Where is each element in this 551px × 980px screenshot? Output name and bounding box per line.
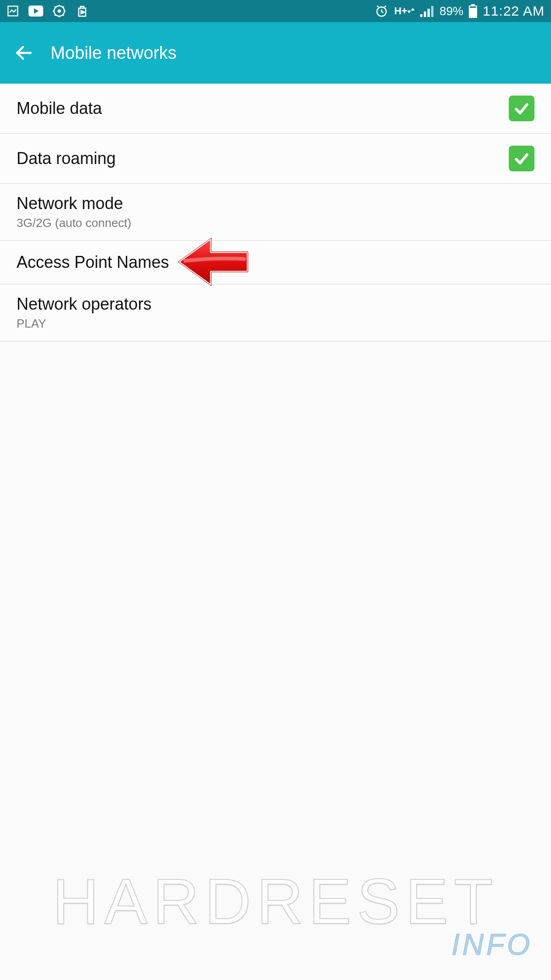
back-button[interactable]	[13, 42, 35, 64]
svg-marker-19	[407, 11, 411, 13]
svg-line-10	[63, 15, 64, 16]
svg-marker-20	[411, 8, 415, 11]
youtube-icon	[28, 6, 43, 17]
signal-icon	[420, 5, 434, 17]
status-bar: H+ 89% 11:22 AM	[0, 0, 551, 22]
svg-point-4	[58, 10, 61, 12]
app-bar: Mobile networks	[0, 22, 551, 84]
svg-line-11	[55, 15, 56, 16]
svg-line-18	[385, 6, 387, 7]
svg-rect-23	[427, 9, 430, 17]
svg-rect-21	[420, 14, 422, 17]
settings-list: Mobile data Data roaming Network mode 3G…	[0, 84, 551, 341]
setting-sublabel: PLAY	[17, 317, 534, 331]
setting-label: Mobile data	[17, 99, 509, 118]
setting-label: Access Point Names	[17, 253, 534, 272]
checkbox-checked-icon[interactable]	[509, 146, 534, 171]
alarm-icon	[375, 4, 388, 18]
battery-percentage: 89%	[439, 4, 463, 18]
gallery-icon	[6, 5, 19, 17]
svg-line-17	[377, 6, 379, 7]
setting-label: Network operators	[17, 295, 534, 314]
clock-time: 11:22 AM	[483, 3, 545, 19]
svg-line-12	[63, 6, 64, 8]
setting-mobile-data[interactable]: Mobile data	[0, 84, 551, 134]
watermark-subtext: INFO	[451, 928, 533, 962]
svg-rect-24	[431, 6, 433, 17]
svg-marker-13	[81, 11, 85, 14]
setting-network-operators[interactable]: Network operators PLAY	[0, 284, 551, 341]
svg-rect-25	[471, 4, 475, 6]
settings-gear-icon	[52, 4, 66, 18]
svg-line-9	[55, 6, 56, 8]
network-type-label: H+	[394, 6, 415, 16]
setting-label: Network mode	[17, 194, 534, 213]
battery-icon	[469, 4, 477, 18]
svg-rect-22	[424, 11, 426, 17]
setting-access-point-names[interactable]: Access Point Names	[0, 241, 551, 284]
svg-line-16	[382, 11, 383, 13]
svg-rect-27	[470, 6, 476, 8]
setting-label: Data roaming	[17, 149, 509, 168]
setting-data-roaming[interactable]: Data roaming	[0, 134, 551, 184]
page-title: Mobile networks	[51, 43, 177, 63]
setting-network-mode[interactable]: Network mode 3G/2G (auto connect)	[0, 184, 551, 241]
setting-sublabel: 3G/2G (auto connect)	[17, 216, 534, 230]
checkbox-checked-icon[interactable]	[509, 96, 534, 121]
play-store-icon	[75, 4, 89, 18]
